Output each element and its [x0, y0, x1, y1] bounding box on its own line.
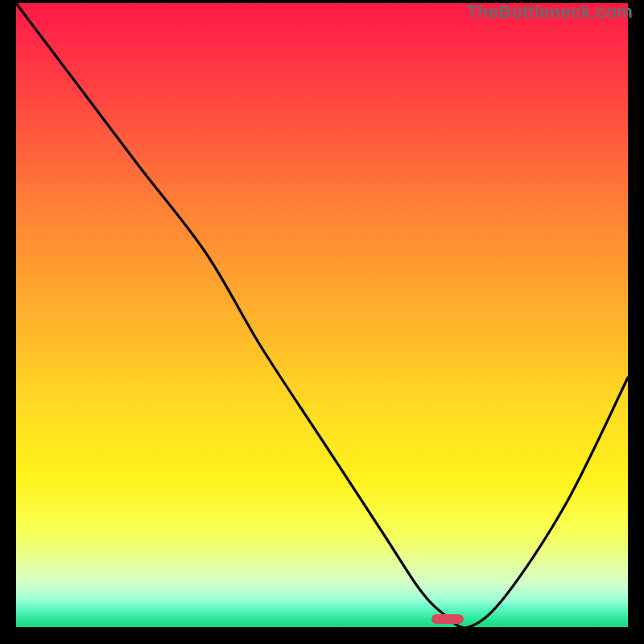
bottleneck-curve-path [16, 3, 628, 627]
curve-layer [16, 3, 628, 627]
optimal-marker [431, 614, 464, 624]
watermark-text: TheBottleneck.com [467, 2, 633, 23]
plot-area [16, 3, 628, 627]
bottleneck-chart: TheBottleneck.com [0, 0, 644, 644]
